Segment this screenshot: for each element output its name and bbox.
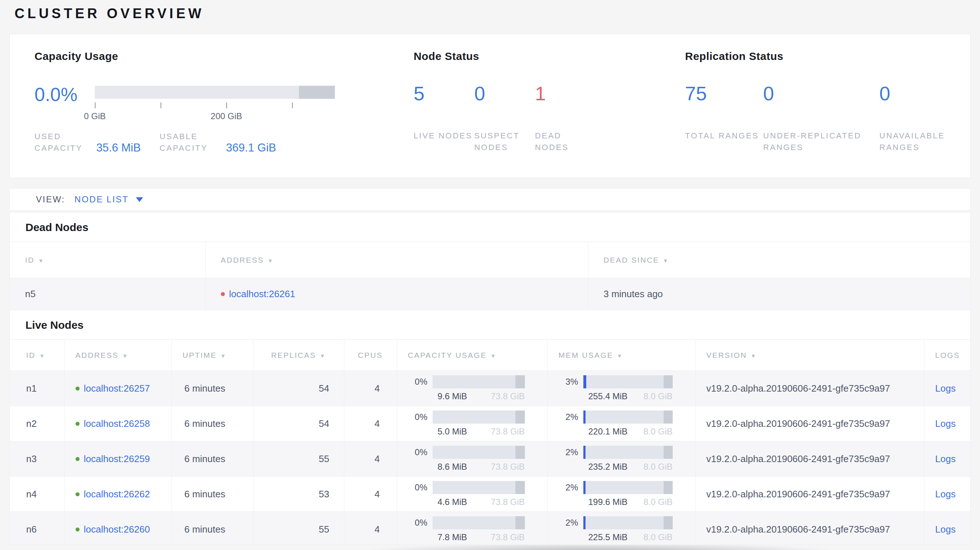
sort-desc-icon: ▼ [751, 353, 757, 359]
capacity-meter: 0 GiB 200 GiB [95, 86, 335, 105]
live-node-replicas: 55 [253, 441, 344, 477]
used-capacity-value: 35.6 MiB [96, 141, 141, 154]
dead-node-address-link[interactable]: localhost:26261 [229, 288, 295, 299]
capacity-total-value: 73.8 GiB [491, 462, 525, 472]
sort-desc-icon: ▼ [268, 258, 274, 264]
live-node-version: v19.2.0-alpha.20190606-2491-gfe735c9a97 [695, 441, 924, 477]
mem-used-value: 220.1 MiB [589, 426, 628, 437]
live-node-mem-cell: 3% 255.4 MiB 8.0 GiB [547, 371, 695, 406]
live-node-uptime: 6 minutes [172, 477, 253, 512]
suspect-nodes-label: SUSPECT NODES [474, 130, 535, 153]
live-node-replicas: 55 [253, 512, 344, 545]
live-status-dot-icon [76, 422, 80, 426]
live-node-logs-link[interactable]: Logs [935, 524, 956, 535]
live-node-id: n2 [10, 406, 64, 441]
live-node-address-link[interactable]: localhost:26258 [84, 418, 150, 429]
live-node-id: n6 [10, 512, 64, 545]
mem-percent-label: 2% [557, 412, 583, 422]
capacity-bar-reserved [515, 481, 525, 494]
live-col-header-mem-usage[interactable]: MEM USAGE▼ [547, 340, 695, 371]
live-node-logs-link[interactable]: Logs [935, 453, 956, 464]
view-selector-bar: VIEW: NODE LIST [10, 188, 970, 211]
total-ranges-metric: 75 TOTAL RANGES [685, 84, 763, 153]
capacity-bar-reserved [515, 446, 525, 459]
capacity-percent-label: 0% [406, 447, 433, 457]
live-node-cpus: 4 [344, 477, 397, 512]
live-node-cpus: 4 [344, 441, 397, 477]
capacity-usage-bar [433, 481, 525, 494]
mem-bar-fill [583, 481, 586, 494]
live-node-uptime: 6 minutes [172, 441, 253, 477]
live-node-address-cell: localhost:26260 [64, 512, 172, 545]
live-node-address-link[interactable]: localhost:26262 [84, 489, 150, 499]
mem-bar-reserved [663, 410, 673, 424]
capacity-usage-title: Capacity Usage [35, 50, 414, 62]
live-node-cpus: 4 [344, 371, 397, 406]
capacity-usage-bar [433, 410, 525, 424]
mem-usage-bar [583, 516, 673, 529]
live-nodes-header-row: ID▼ ADDRESS▼ UPTIME▼ REPLICAS▼ CPUS [10, 340, 970, 371]
dead-nodes-label: DEAD NODES [535, 130, 596, 153]
capacity-used-value: 8.6 MiB [438, 462, 467, 472]
mem-used-value: 225.5 MiB [589, 532, 628, 542]
live-col-header-capacity-usage[interactable]: CAPACITY USAGE▼ [397, 340, 547, 371]
node-status-title: Node Status [414, 50, 685, 62]
live-node-mem-cell: 2% 220.1 MiB 8.0 GiB [547, 406, 695, 441]
live-col-header-replicas[interactable]: REPLICAS▼ [253, 340, 344, 371]
live-node-row: n3 localhost:26259 6 minutes 55 4 0% 8.6… [10, 441, 970, 477]
capacity-usage-bar [433, 516, 525, 529]
capacity-usage-bar [433, 375, 525, 388]
sort-desc-icon: ▼ [221, 353, 227, 359]
dead-node-dead-since: 3 minutes ago [588, 278, 970, 310]
caret-down-icon[interactable] [136, 197, 143, 202]
live-node-address-link[interactable]: localhost:26260 [84, 524, 150, 535]
live-node-address-cell: localhost:26259 [64, 441, 172, 477]
mem-percent-label: 2% [557, 447, 583, 457]
live-col-header-uptime[interactable]: UPTIME▼ [172, 340, 253, 371]
live-node-logs-link[interactable]: Logs [935, 383, 956, 394]
mem-usage-bar [583, 446, 673, 459]
under-replicated-ranges-label: UNDER-REPLICATED RANGES [763, 130, 880, 153]
live-col-header-logs: LOGS [924, 340, 970, 371]
live-node-address-cell: localhost:26257 [64, 371, 172, 406]
nodes-tables-card: Dead Nodes ID▼ ADDRESS▼ DEAD SINCE▼ [10, 212, 970, 545]
mem-percent-label: 2% [557, 482, 583, 493]
mem-bar-reserved [663, 375, 673, 388]
live-nodes-heading: Live Nodes [10, 310, 970, 339]
mem-bar-fill [583, 516, 586, 529]
dead-col-header-address[interactable]: ADDRESS▼ [205, 242, 588, 278]
live-node-id: n1 [10, 371, 64, 406]
dead-node-id: n5 [10, 278, 205, 310]
capacity-total-value: 73.8 GiB [491, 426, 525, 437]
live-node-mem-cell: 2% 199.6 MiB 8.0 GiB [547, 477, 695, 512]
capacity-usage-bar [433, 446, 525, 459]
live-node-row: n2 localhost:26258 6 minutes 54 4 0% 5.0… [10, 406, 970, 441]
live-nodes-label: LIVE NODES [414, 130, 474, 141]
live-col-header-version[interactable]: VERSION▼ [695, 340, 924, 371]
mem-used-value: 255.4 MiB [589, 391, 628, 401]
capacity-percent-label: 0% [406, 412, 433, 422]
live-node-address-link[interactable]: localhost:26257 [84, 383, 150, 394]
view-dropdown[interactable]: NODE LIST [75, 194, 129, 205]
dead-col-header-dead-since[interactable]: DEAD SINCE▼ [588, 242, 970, 278]
usable-capacity-value: 369.1 GiB [226, 141, 276, 154]
unavailable-ranges-label: UNAVAILABLE RANGES [880, 130, 970, 153]
sort-desc-icon: ▼ [123, 353, 129, 359]
suspect-nodes-metric: 0 SUSPECT NODES [474, 84, 535, 153]
live-col-header-id[interactable]: ID▼ [10, 340, 64, 371]
live-node-capacity-cell: 0% 9.6 MiB 73.8 GiB [397, 371, 547, 406]
live-nodes-metric: 5 LIVE NODES [414, 84, 474, 153]
live-node-logs-link[interactable]: Logs [935, 489, 956, 499]
live-node-address-link[interactable]: localhost:26259 [84, 453, 150, 464]
axis-tick-label: 200 GiB [211, 111, 242, 121]
dead-nodes-heading: Dead Nodes [10, 213, 970, 242]
live-col-header-address[interactable]: ADDRESS▼ [64, 340, 172, 371]
live-node-cpus: 4 [344, 512, 397, 545]
usable-capacity-label: USABLE CAPACITY [159, 131, 220, 154]
dead-nodes-value: 1 [535, 84, 596, 103]
mem-percent-label: 2% [557, 518, 583, 528]
axis-tick [292, 102, 293, 108]
capacity-bar-reserved [299, 86, 335, 99]
dead-col-header-id[interactable]: ID▼ [10, 242, 205, 278]
live-node-logs-link[interactable]: Logs [935, 418, 956, 429]
